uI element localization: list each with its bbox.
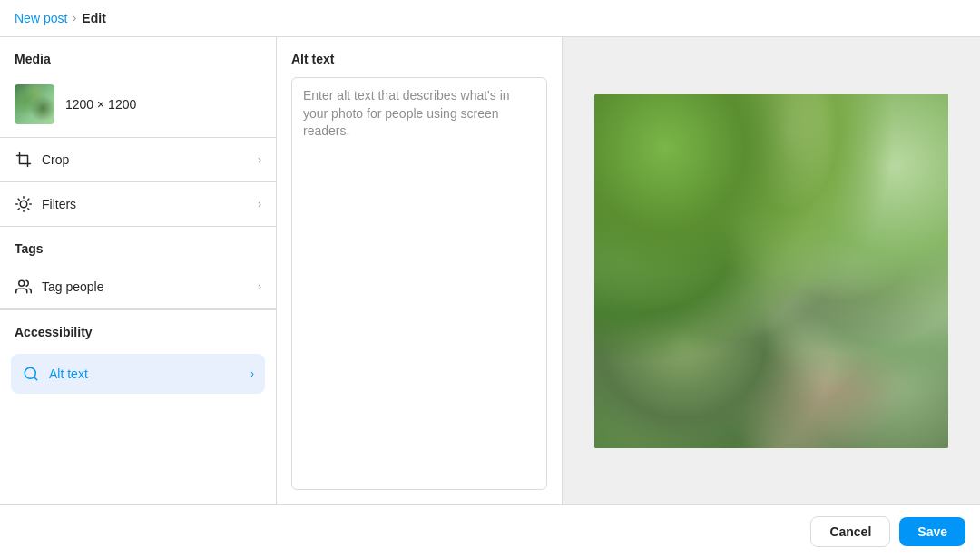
- svg-line-4: [28, 209, 29, 210]
- cancel-button[interactable]: Cancel: [810, 516, 890, 547]
- filters-chevron: ›: [258, 198, 261, 210]
- accessibility-section: Accessibility Alt text ›: [0, 310, 276, 399]
- page-title: Edit: [82, 11, 105, 25]
- header: New post › Edit: [0, 0, 980, 37]
- crop-icon: [15, 151, 33, 169]
- crop-menu-item[interactable]: Crop ›: [0, 138, 276, 182]
- alt-text-input[interactable]: [291, 77, 547, 490]
- filters-label: Filters: [42, 197, 76, 211]
- footer: Cancel Save: [0, 504, 980, 558]
- filters-menu-item[interactable]: Filters ›: [0, 182, 276, 227]
- crop-chevron: ›: [258, 153, 261, 166]
- tag-people-chevron: ›: [258, 280, 261, 293]
- tag-people-label: Tag people: [42, 279, 104, 294]
- tags-section-label: Tags: [0, 227, 276, 265]
- new-post-link[interactable]: New post: [15, 11, 67, 25]
- tag-people-left: Tag people: [15, 278, 104, 296]
- media-section-label: Media: [0, 37, 276, 75]
- tag-people-icon: [15, 278, 33, 296]
- search-icon: [22, 365, 40, 383]
- filters-icon: [15, 195, 33, 213]
- alt-text-section-title: Alt text: [291, 52, 547, 66]
- svg-line-7: [18, 209, 19, 210]
- preview-image: [594, 94, 948, 448]
- image-preview-panel: [563, 37, 980, 504]
- tag-people-menu-item[interactable]: Tag people ›: [0, 265, 276, 309]
- accessibility-section-label: Accessibility: [0, 310, 276, 348]
- main-content: Media 1200 × 1200 Crop ›: [0, 37, 980, 504]
- crop-item-left: Crop: [15, 151, 69, 169]
- svg-line-11: [34, 377, 36, 379]
- alt-text-item-left: Alt text: [22, 365, 88, 383]
- middle-panel: Alt text: [277, 37, 563, 504]
- crop-label: Crop: [42, 152, 69, 167]
- save-button[interactable]: Save: [899, 517, 965, 546]
- svg-point-9: [19, 280, 24, 286]
- succulent-background: [594, 94, 948, 448]
- svg-line-8: [28, 199, 29, 200]
- svg-point-0: [20, 201, 27, 208]
- media-thumbnail: [15, 84, 54, 124]
- alt-text-label: Alt text: [49, 367, 88, 381]
- alt-text-menu-item[interactable]: Alt text ›: [11, 354, 265, 394]
- alt-text-chevron: ›: [250, 367, 254, 380]
- media-dimensions: 1200 × 1200: [65, 97, 136, 112]
- media-item: 1200 × 1200: [0, 75, 276, 137]
- tags-section: Tags Tag people ›: [0, 227, 276, 310]
- filters-item-left: Filters: [15, 195, 76, 213]
- breadcrumb-chevron: ›: [73, 12, 76, 24]
- svg-line-3: [18, 199, 19, 200]
- left-panel: Media 1200 × 1200 Crop ›: [0, 37, 277, 504]
